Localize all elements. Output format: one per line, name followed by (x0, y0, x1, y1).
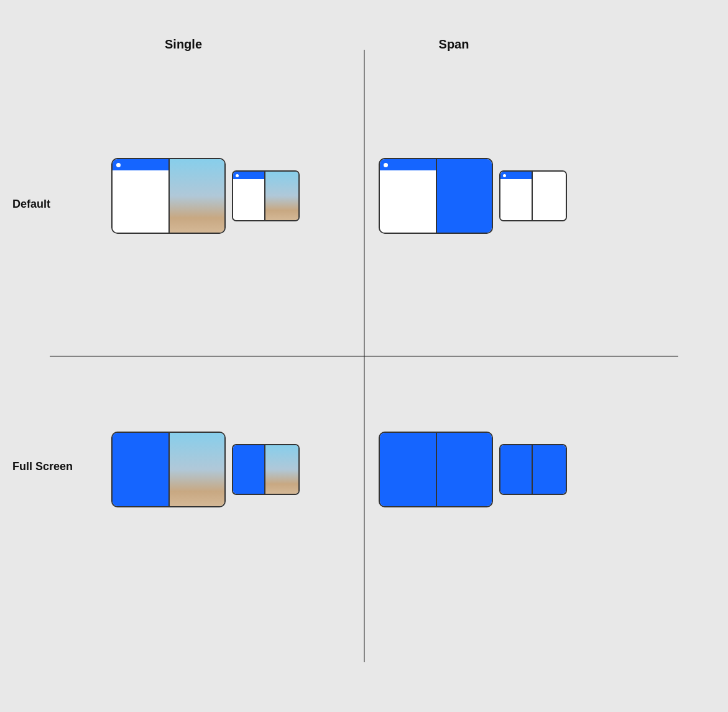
panel-left-large-fullscreen-single (113, 433, 168, 506)
panel-left-small-default-single (233, 172, 264, 220)
panel-right-small-default-span (532, 172, 566, 220)
app-bar-dot-sm-span (503, 174, 506, 177)
panel-left-small-fullscreen-span (500, 445, 532, 494)
device-small-fullscreen-single (232, 444, 300, 495)
panel-right-small-fullscreen-span (532, 445, 566, 494)
device-large-default-single (111, 158, 226, 234)
panel-right-large-default-single (168, 159, 224, 233)
panel-left-large-default-span (380, 159, 436, 233)
panel-left-small-default-span (500, 172, 532, 220)
quadrant-default-single (62, 103, 348, 289)
quadrant-fullscreen-single (62, 376, 348, 563)
device-small-default-span (499, 170, 567, 221)
app-content-sm-left (233, 179, 264, 220)
device-large-fullscreen-single (111, 432, 226, 507)
device-large-fullscreen-span (379, 432, 493, 507)
app-bar-dot (116, 163, 121, 167)
app-bar-dot-span (384, 163, 388, 167)
panel-left-small-fullscreen-single (233, 445, 264, 494)
quadrant-default-span (329, 103, 615, 289)
panel-right-large-fullscreen-single (168, 433, 224, 506)
col-header-span: Span (439, 37, 469, 52)
app-bar-dot-sm (236, 174, 239, 177)
app-bar-large-default-span (380, 159, 436, 170)
panel-left-large-fullscreen-span (380, 433, 436, 506)
panel-right-large-fullscreen-span (436, 433, 492, 506)
device-group-default-span (379, 158, 567, 234)
panel-right-small-fullscreen-single (264, 445, 298, 494)
app-bar-large-default-single (113, 159, 168, 170)
row-label-default: Default (12, 198, 50, 211)
device-group-fullscreen-single (111, 432, 300, 507)
panel-left-large-default-single (113, 159, 168, 233)
quadrant-fullscreen-span (329, 376, 615, 563)
panel-right-small-default-single (264, 172, 298, 220)
app-content-span-left (380, 170, 436, 233)
app-content-sm-span-left (500, 179, 532, 220)
app-bar-sm-default-single (233, 172, 264, 179)
main-container: Single Span Default Full Screen (0, 0, 728, 712)
horizontal-divider (50, 356, 678, 356)
device-group-fullscreen-span (379, 432, 567, 507)
app-content-large-left (113, 170, 168, 233)
device-large-default-span (379, 158, 493, 234)
device-small-default-single (232, 170, 300, 221)
device-small-fullscreen-span (499, 444, 567, 495)
col-header-single: Single (165, 37, 202, 52)
device-group-default-single (111, 158, 300, 234)
panel-right-large-default-span (436, 159, 492, 233)
app-bar-sm-default-span (500, 172, 532, 179)
